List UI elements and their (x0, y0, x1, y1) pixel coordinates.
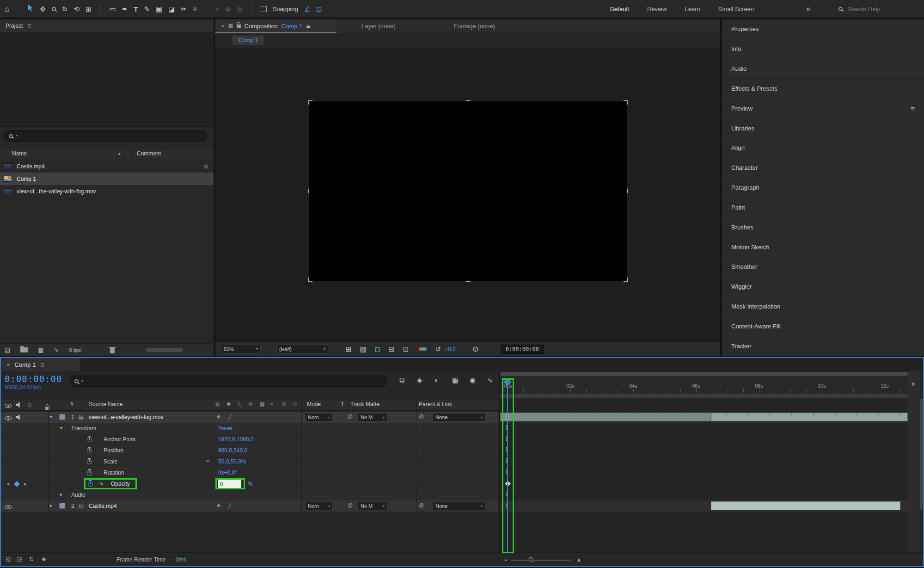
orbit-camera-tool-icon[interactable]: ⟲ (73, 6, 80, 12)
panel-tab-info[interactable]: Info (722, 39, 924, 59)
opacity-label[interactable]: Opacity (111, 481, 130, 487)
brush-tool-icon[interactable]: ✎ (144, 6, 150, 12)
column-track-matte[interactable]: Track Matte (350, 401, 379, 407)
layer-row-2[interactable]: ▸ 2 ▤ Castle.mp4 ❖ ╱ Norn▾ @ No M▾ @ Non… (1, 500, 498, 512)
comp-chip[interactable]: Comp 1 (232, 36, 264, 45)
hand-tool-icon[interactable]: ✥ (40, 6, 46, 12)
panel-menu-icon[interactable]: ≡ (27, 22, 31, 29)
project-footer-scrollbar[interactable] (146, 348, 183, 352)
project-bit-depth[interactable]: 8 bpc (69, 347, 82, 353)
transform-reset-link[interactable]: Reset (218, 425, 233, 432)
group-collapsed-caret-icon[interactable]: ▸ (60, 492, 62, 497)
project-item-comp1[interactable]: Comp 1 (0, 173, 214, 185)
snapping-checkbox[interactable] (261, 6, 267, 12)
parent-dropdown[interactable]: None▾ (433, 502, 485, 510)
panel-tab-align[interactable]: Align (722, 138, 924, 158)
toggle-switches-pane-icon[interactable]: ◱ (6, 556, 11, 562)
add-keyframe-icon[interactable] (14, 481, 20, 487)
panel-menu-icon[interactable]: ≡ (911, 105, 915, 112)
shape-tool-icon[interactable]: ▭ (110, 6, 116, 12)
help-search-input[interactable] (846, 5, 916, 13)
column-parent-link[interactable]: Parent & Link (419, 401, 452, 407)
panel-tab-tracker[interactable]: Tracker (722, 336, 924, 356)
eraser-tool-icon[interactable]: ◪ (168, 6, 175, 12)
hide-shy-layers-icon[interactable]: ◐ (434, 377, 439, 383)
timeline-zoom-out-icon[interactable]: ▲ (504, 558, 508, 562)
layer-tab[interactable]: Layer (none) (361, 23, 396, 30)
puppet-pin-tool-icon[interactable]: ⍟ (193, 6, 197, 12)
user-icon[interactable]: ☻ (41, 556, 47, 562)
layer-source-name[interactable]: Castle.mp4 (89, 503, 117, 509)
frame-blending-icon[interactable]: ▦ (452, 377, 459, 383)
workspace-tab-review[interactable]: Review (647, 6, 667, 12)
panel-tab-paint[interactable]: Paint (722, 198, 924, 217)
timeline-search-box[interactable]: ▾ (69, 376, 387, 387)
track-matte-pickwhip-icon[interactable]: @ (348, 414, 353, 419)
workspace-tab-default[interactable]: Default (610, 6, 629, 12)
home-icon[interactable]: ⌂ (5, 5, 9, 13)
workspace-tab-small-screen[interactable]: Small Screen (718, 6, 754, 12)
panel-tab-wiggler[interactable]: Wiggler (722, 277, 924, 297)
opacity-row[interactable]: ◀ ▶ ∿ Opacity % (1, 478, 498, 489)
track-matte-dropdown[interactable]: No M▾ (358, 502, 387, 510)
transform-group-row[interactable]: ▾ Transform Reset (1, 423, 498, 434)
new-composition-icon[interactable]: ▦ (38, 347, 43, 353)
layer-audio-icon[interactable] (16, 414, 21, 420)
layer2-duration-bar[interactable] (711, 501, 900, 510)
previous-keyframe-icon[interactable]: ◀ (6, 482, 9, 486)
work-area-bar[interactable] (500, 394, 908, 398)
collapse-transformations-toggle-icon[interactable]: ❖ (216, 414, 221, 420)
show-snapshot-icon[interactable]: ◌ (485, 346, 490, 353)
anchor-point-label[interactable]: Anchor Point (104, 436, 135, 443)
rotation-label[interactable]: Rotation (104, 469, 124, 476)
position-label[interactable]: Position (104, 447, 123, 454)
collapse-transformations-toggle-icon[interactable]: ❖ (216, 503, 221, 508)
comp-handle[interactable] (466, 281, 471, 282)
panel-tab-mask-interpolation[interactable]: Mask Interpolation (722, 297, 924, 317)
stopwatch-icon[interactable] (87, 459, 92, 464)
new-folder-icon[interactable] (20, 347, 28, 352)
column-t[interactable]: T (341, 401, 344, 407)
layer-row-1[interactable]: ▾ 1 ▤ view-of...e-valley-with-fog.mov ❖ … (1, 412, 498, 423)
opacity-stopwatch-icon[interactable] (88, 482, 93, 487)
region-of-interest-icon[interactable]: ⊟ (389, 346, 395, 352)
stopwatch-icon[interactable] (87, 448, 92, 453)
choose-grid-icon[interactable]: ⊞ (346, 346, 352, 352)
close-tab-icon[interactable]: × (221, 23, 225, 29)
anchor-point-value[interactable]: 1920,0,1080,0 (218, 436, 254, 443)
roto-brush-tool-icon[interactable]: ✂ (181, 6, 187, 12)
view-axis-mode-icon[interactable]: ⊗ (237, 6, 243, 12)
audio-group-row[interactable]: ▸ Audio (1, 489, 498, 500)
sort-ascending-icon[interactable]: ▲ (117, 151, 122, 156)
time-ruler[interactable] (500, 377, 908, 393)
opacity-value-input[interactable] (218, 480, 241, 488)
panel-tab-paragraph[interactable]: Paragraph (722, 178, 924, 198)
composition-mini-flowchart-icon[interactable]: ⧉ (399, 377, 404, 383)
stopwatch-icon[interactable] (87, 470, 92, 475)
quality-toggle-icon[interactable]: ╱ (228, 503, 232, 508)
rotation-value[interactable]: 0x+0,0° (218, 469, 237, 476)
comp-handle[interactable] (627, 278, 628, 282)
world-axis-mode-icon[interactable]: ⊕ (225, 6, 231, 12)
exposure-value[interactable]: +0,0 (445, 346, 456, 352)
panel-tab-content-aware-fill[interactable]: Content-Aware Fill (722, 316, 924, 336)
panel-tab-preview[interactable]: Preview≡ (722, 99, 924, 118)
search-options-caret-icon[interactable]: ▾ (81, 379, 83, 383)
panel-menu-icon[interactable]: ≡ (306, 23, 310, 30)
comp-handle[interactable] (466, 100, 471, 101)
comp-handle[interactable] (308, 100, 309, 105)
timeline-zoom-in-icon[interactable]: ▲ (576, 556, 582, 563)
column-index[interactable]: # (70, 401, 73, 407)
reset-exposure-icon[interactable]: ↺ (435, 346, 441, 352)
group-expand-caret-icon[interactable]: ▾ (60, 426, 62, 430)
track-matte-dropdown[interactable]: No M▾ (358, 413, 387, 421)
project-item-castle[interactable]: Castle.mp4 ⧉ (0, 160, 214, 173)
trash-icon[interactable] (110, 348, 115, 353)
panel-tab-smoother[interactable]: Smoother (722, 257, 924, 277)
project-panel-tab[interactable]: Project ≡ (0, 19, 214, 32)
anchor-point-row[interactable]: Anchor Point 1920,0,1080,0 (1, 434, 498, 445)
project-column-header[interactable]: Name ▲ Comment (0, 148, 214, 159)
panel-tab-properties[interactable]: Properties (722, 19, 924, 39)
rotate-tool-icon[interactable]: ↻ (62, 6, 68, 12)
composition-tab[interactable]: × Composition Comp 1 ≡ (215, 19, 337, 33)
